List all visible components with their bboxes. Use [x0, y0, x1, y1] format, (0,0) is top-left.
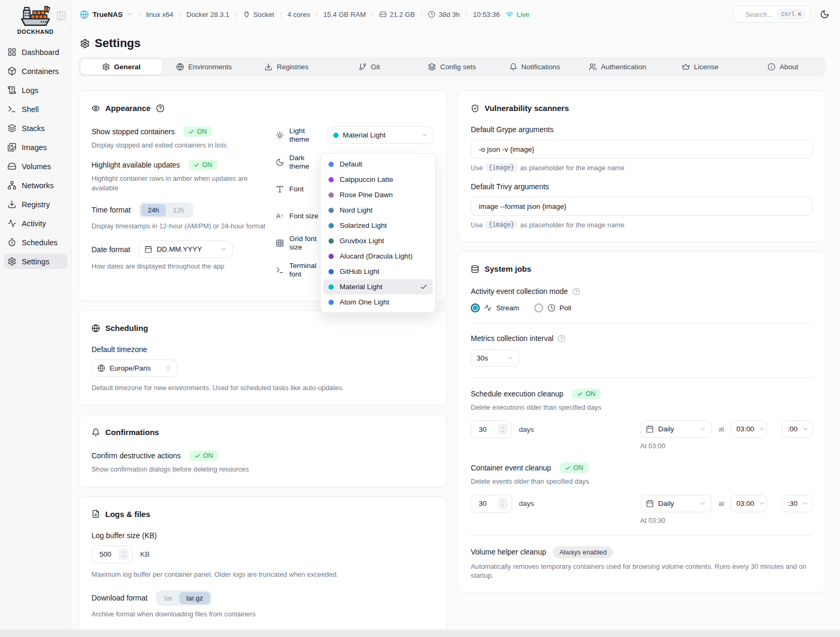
theme-option-nord-light[interactable]: Nord Light — [323, 202, 433, 218]
theme-option-material-light[interactable]: Material Light — [323, 279, 433, 294]
sidebar-item-registry[interactable]: Registry — [4, 197, 67, 212]
theme-color-dot — [328, 208, 334, 213]
gear-icon — [80, 39, 90, 49]
search-input[interactable] — [745, 11, 773, 19]
os-info: linux x64 — [146, 11, 173, 19]
chevron-down-icon — [759, 500, 765, 507]
date-format-select[interactable]: DD.MM.YYYY — [139, 241, 233, 258]
ship-logo-icon — [20, 4, 51, 27]
sidebar-item-schedules[interactable]: Schedules — [4, 235, 67, 250]
segment-tar[interactable]: tar — [158, 592, 179, 604]
cleanup-minute-select[interactable]: :00 — [782, 420, 812, 438]
cleanup-hour-select[interactable]: 03:00 — [731, 420, 767, 438]
help-circle-icon[interactable] — [558, 335, 565, 343]
toggle-on-badge[interactable]: ON — [560, 463, 589, 473]
crown-icon — [682, 63, 690, 71]
cleanup-frequency-select[interactable]: Daily — [640, 420, 712, 438]
theme-option-atom-one-light[interactable]: Atom One Light — [323, 294, 433, 310]
tab-general[interactable]: General — [80, 59, 162, 75]
dashboard-icon — [7, 48, 16, 57]
grype-arguments-input[interactable] — [471, 140, 812, 159]
theme-option-catppuccin-latte[interactable]: Catppuccin Latte — [323, 172, 433, 187]
radio-button — [534, 303, 543, 312]
log-buffer-size-input[interactable]: 500 — [92, 546, 133, 564]
chevron-up-icon — [500, 426, 505, 429]
card-title-vuln: Vulnerability scanners — [485, 104, 569, 113]
theme-option-gruvbox-light[interactable]: Gruvbox Light — [323, 233, 433, 248]
cleanup-days-input[interactable]: 30 — [471, 495, 512, 513]
number-stepper[interactable] — [498, 424, 508, 435]
chevron-down-icon — [802, 500, 809, 507]
search-icon — [740, 11, 741, 18]
theme-color-dot — [333, 133, 339, 138]
metrics-interval-select[interactable]: 30s — [471, 349, 519, 367]
segment-12h[interactable]: 12h — [166, 204, 191, 216]
segment-targz[interactable]: tar.gz — [179, 592, 210, 604]
help-circle-icon[interactable] — [156, 104, 165, 113]
terminal-icon — [276, 266, 284, 274]
theme-option-github-light[interactable]: GitHub Light — [323, 264, 433, 279]
theme-option-default[interactable]: Default — [323, 156, 433, 172]
global-search[interactable]: Ctrl K — [733, 6, 810, 23]
number-stepper[interactable] — [498, 498, 508, 509]
sidebar-item-containers[interactable]: Containers — [4, 63, 67, 79]
tab-authentication[interactable]: Authentication — [576, 59, 659, 75]
sidebar-item-volumes[interactable]: Volumes — [4, 159, 67, 174]
host-selector[interactable]: TrueNAS — [80, 10, 133, 19]
cleanup-minute-select[interactable]: :30 — [782, 495, 812, 512]
moon-icon — [276, 158, 284, 167]
timezone-select[interactable]: Europe/Paris — [92, 359, 177, 377]
theme-option-solarized-light[interactable]: Solarized Light — [323, 218, 433, 233]
tab-about[interactable]: About — [742, 59, 824, 75]
separator: | — [280, 11, 281, 18]
setting-label: Date format — [92, 245, 130, 254]
hard-drive-icon — [7, 162, 16, 171]
tab-git[interactable]: Git — [328, 59, 410, 75]
cleanup-days-input[interactable]: 30 — [471, 420, 512, 438]
radio-poll[interactable]: Poll — [534, 303, 572, 312]
separator: | — [371, 11, 373, 18]
card-title-system-jobs: System jobs — [485, 264, 531, 273]
chevron-down-icon — [220, 246, 227, 253]
globe-icon — [80, 10, 89, 19]
divider — [471, 377, 812, 378]
sidebar-item-networks[interactable]: Networks — [4, 178, 67, 193]
tab-notifications[interactable]: Notifications — [494, 59, 576, 75]
tab-config-sets[interactable]: Config sets — [410, 59, 493, 75]
cleanup-frequency-select[interactable]: Daily — [640, 495, 712, 512]
tab-registries[interactable]: Registries — [245, 59, 328, 75]
light-theme-select[interactable]: Material Light — [327, 126, 434, 144]
dark-mode-toggle[interactable] — [820, 10, 829, 19]
sidebar-item-shell[interactable]: Shell — [4, 101, 67, 117]
theme-option-alucard[interactable]: Alucard (Dracula Light) — [323, 248, 433, 264]
logs-files-card: Logs & files Log buffer size (KB) 500 KB — [78, 496, 447, 632]
radio-stream[interactable]: Stream — [471, 303, 519, 312]
toggle-on-badge[interactable]: ON — [572, 389, 601, 399]
setting-label: Activity event collection mode — [471, 287, 568, 296]
segment-24h[interactable]: 24h — [141, 204, 166, 216]
sidebar-item-logs[interactable]: Logs — [4, 82, 67, 98]
setting-description: Automatically removes temporary containe… — [471, 562, 812, 580]
cleanup-hour-select[interactable]: 03:00 — [731, 495, 767, 512]
theme-option-rose-pine-dawn[interactable]: Rose Pine Dawn — [323, 187, 433, 202]
sidebar-collapse-button[interactable] — [56, 10, 68, 22]
sidebar-item-stacks[interactable]: Stacks — [4, 121, 67, 136]
help-circle-icon[interactable] — [572, 288, 580, 296]
sidebar-item-label: Stacks — [22, 124, 45, 133]
sidebar-item-settings[interactable]: Settings — [4, 254, 67, 269]
sidebar-item-dashboard[interactable]: Dashboard — [4, 44, 67, 60]
toggle-on-badge[interactable]: ON — [189, 450, 218, 461]
number-stepper[interactable] — [118, 549, 129, 560]
toggle-on-badge[interactable]: ON — [183, 126, 212, 137]
confirmations-card: Confirmations Confirm destructive action… — [78, 414, 447, 487]
sidebar-item-images[interactable]: Images — [4, 140, 67, 155]
setting-description: Delete events older than specified days — [471, 477, 812, 486]
database-icon — [471, 265, 479, 273]
trivy-arguments-input[interactable] — [471, 197, 812, 216]
theme-color-dot — [328, 284, 334, 290]
calendar-icon — [646, 500, 654, 507]
tab-license[interactable]: License — [659, 59, 741, 75]
toggle-on-badge[interactable]: ON — [188, 160, 217, 170]
sidebar-item-activity[interactable]: Activity — [4, 216, 67, 231]
tab-environments[interactable]: Environments — [162, 59, 245, 75]
